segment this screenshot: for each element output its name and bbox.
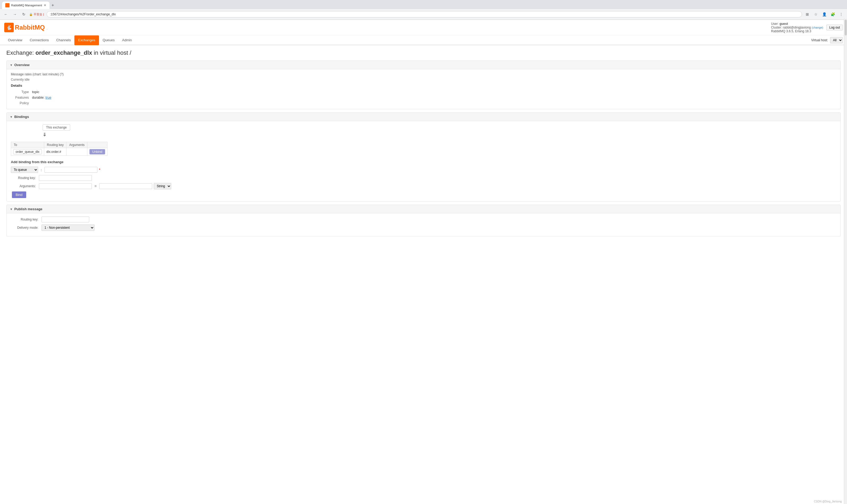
publish-section-body: Routing key: Delivery mode: 1 - Non-pers… bbox=[6, 213, 841, 236]
table-row: order_queue_dlx dlx.order.# Unbind bbox=[11, 148, 107, 156]
main-content: Exchange: order_exchange_dlx in virtual … bbox=[0, 45, 847, 244]
nav-connections[interactable]: Connections bbox=[26, 35, 52, 45]
bindings-section: ▼ Bindings This exchange ⇓ To Routing ke… bbox=[6, 112, 841, 201]
overview-section-header[interactable]: ▼ Overview bbox=[6, 61, 841, 69]
bind-button-row: Bind bbox=[11, 192, 836, 198]
policy-row: Policy bbox=[11, 100, 836, 106]
pub-routing-key-input[interactable] bbox=[41, 217, 89, 222]
arguments-form-label: Arguments: bbox=[11, 184, 37, 188]
col-arguments: Arguments bbox=[66, 142, 87, 148]
features-row: Features durable: true bbox=[11, 95, 836, 100]
col-routing-key: Routing key bbox=[44, 142, 66, 148]
arguments-key-input[interactable] bbox=[39, 183, 92, 189]
cluster-label: Cluster: bbox=[771, 26, 782, 29]
pub-routing-key-row: Routing key: bbox=[11, 217, 836, 222]
add-binding-title: Add binding from this exchange bbox=[11, 160, 836, 164]
binding-queue-name: order_queue_dlx bbox=[13, 149, 42, 155]
rabbit-logo-icon: 🐇 bbox=[4, 23, 14, 32]
new-tab-button[interactable]: + bbox=[50, 2, 56, 9]
app-header: 🐇 RabbitMQ . User: guest Cluster: rabbit… bbox=[0, 20, 847, 35]
binding-arguments-cell bbox=[66, 148, 87, 156]
overview-collapse-icon: ▼ bbox=[10, 64, 13, 67]
back-button[interactable]: ← bbox=[2, 11, 10, 18]
nav-admin[interactable]: Admin bbox=[118, 35, 136, 45]
routing-key-form-label: Routing key: bbox=[11, 176, 37, 180]
bindings-table-head: To Routing key Arguments bbox=[11, 142, 107, 148]
overview-section-title: Overview bbox=[14, 63, 30, 67]
bind-button[interactable]: Bind bbox=[12, 192, 26, 198]
bindings-section-body: This exchange ⇓ To Routing key Arguments bbox=[6, 121, 841, 201]
to-queue-input[interactable] bbox=[45, 167, 98, 173]
logo-rabbit-text: Rabbit bbox=[15, 24, 35, 31]
cluster-name: rabbit@dingjiaxiong bbox=[783, 26, 811, 29]
favicon-icon bbox=[5, 3, 10, 7]
pub-routing-key-label: Routing key: bbox=[11, 218, 40, 221]
vhost-label: Virtual host: bbox=[811, 38, 828, 42]
address-input[interactable] bbox=[47, 11, 802, 17]
arguments-row: Arguments: = String bbox=[11, 183, 836, 189]
reload-button[interactable]: ↻ bbox=[20, 11, 28, 18]
logout-button[interactable]: Log out bbox=[826, 24, 843, 31]
bindings-collapse-icon: ▼ bbox=[10, 115, 13, 119]
title-prefix: Exchange: bbox=[6, 50, 34, 56]
close-tab-button[interactable]: ✕ bbox=[44, 3, 46, 7]
logo-text: RabbitMQ . bbox=[15, 24, 47, 31]
message-rates-label: Message rates bbox=[11, 72, 32, 76]
unbind-button[interactable]: Unbind bbox=[89, 149, 105, 155]
details-table: Type topic Features durable: true Policy bbox=[11, 89, 836, 106]
logo: 🐇 RabbitMQ . bbox=[4, 23, 47, 32]
nav-channels[interactable]: Channels bbox=[52, 35, 74, 45]
arguments-type-select[interactable]: String bbox=[154, 183, 171, 189]
menu-icon[interactable]: ⋮ bbox=[837, 11, 845, 18]
bindings-flow: This exchange ⇓ bbox=[42, 124, 836, 139]
delivery-mode-select[interactable]: 1 - Non-persistent 2 - Persistent bbox=[41, 224, 94, 231]
scrollbar[interactable] bbox=[844, 19, 847, 244]
tab-bar: RabbitMQ Management ✕ + bbox=[0, 0, 847, 9]
toolbar-icons: ⊞ ☆ 👤 🧩 ⋮ bbox=[803, 11, 845, 18]
arrow-down-icon: ⇓ bbox=[42, 132, 47, 138]
col-to: To bbox=[11, 142, 44, 148]
nav-exchanges[interactable]: Exchanges bbox=[74, 35, 99, 45]
bookmark-icon[interactable]: ☆ bbox=[812, 11, 819, 18]
vhost-select[interactable]: All bbox=[830, 37, 843, 43]
browser-chrome: RabbitMQ Management ✕ + ← → ↻ 🔒 不安全 | ⊞ … bbox=[0, 0, 847, 20]
address-bar: ← → ↻ 🔒 不安全 | ⊞ ☆ 👤 🧩 ⋮ bbox=[0, 9, 847, 20]
forward-button[interactable]: → bbox=[11, 11, 19, 18]
to-queue-row: To queue To exchange : * bbox=[11, 167, 836, 173]
features-label: Features bbox=[11, 95, 32, 100]
user-label: User: bbox=[771, 22, 779, 26]
bindings-section-header[interactable]: ▼ Bindings bbox=[6, 113, 841, 121]
translate-icon[interactable]: ⊞ bbox=[803, 11, 811, 18]
to-queue-select[interactable]: To queue To exchange bbox=[11, 167, 38, 173]
title-suffix: in virtual host / bbox=[94, 50, 131, 56]
policy-label: Policy bbox=[11, 101, 32, 105]
arguments-value-input[interactable] bbox=[99, 183, 152, 189]
features-value: durable: true bbox=[32, 95, 51, 100]
scrollbar-thumb[interactable] bbox=[845, 20, 847, 35]
message-rates-sub: (chart: last minute) (?) bbox=[33, 72, 64, 76]
change-cluster-link[interactable]: (change) bbox=[812, 26, 823, 29]
equals-sign: = bbox=[94, 184, 97, 188]
header-right: User: guest Cluster: rabbit@dingjiaxiong… bbox=[771, 22, 843, 33]
profile-icon[interactable]: 👤 bbox=[820, 11, 828, 18]
routing-key-input[interactable] bbox=[39, 175, 92, 181]
logo-subtitle: . bbox=[47, 27, 47, 31]
publish-section-header[interactable]: ▼ Publish message bbox=[6, 205, 841, 213]
binding-to-cell: order_queue_dlx bbox=[11, 148, 44, 156]
tab-title: RabbitMQ Management bbox=[11, 4, 42, 7]
message-rates-info: Message rates (chart: last minute) (?) bbox=[11, 72, 836, 76]
overview-section-body: Message rates (chart: last minute) (?) C… bbox=[6, 69, 841, 109]
bindings-header-row: To Routing key Arguments bbox=[11, 142, 107, 148]
this-exchange-box: This exchange bbox=[42, 124, 70, 131]
extension-icon[interactable]: 🧩 bbox=[829, 11, 836, 18]
nav-queues[interactable]: Queues bbox=[99, 35, 119, 45]
type-row: Type topic bbox=[11, 89, 836, 95]
durable-link[interactable]: true bbox=[46, 95, 51, 100]
nav-overview[interactable]: Overview bbox=[4, 35, 26, 45]
type-label: Type bbox=[11, 90, 32, 94]
logo-mq-text: MQ bbox=[35, 24, 45, 31]
rabbitmq-app: 🐇 RabbitMQ . User: guest Cluster: rabbit… bbox=[0, 20, 847, 244]
col-action bbox=[87, 142, 107, 148]
required-star: * bbox=[99, 168, 100, 172]
routing-key-row: Routing key: bbox=[11, 175, 836, 181]
